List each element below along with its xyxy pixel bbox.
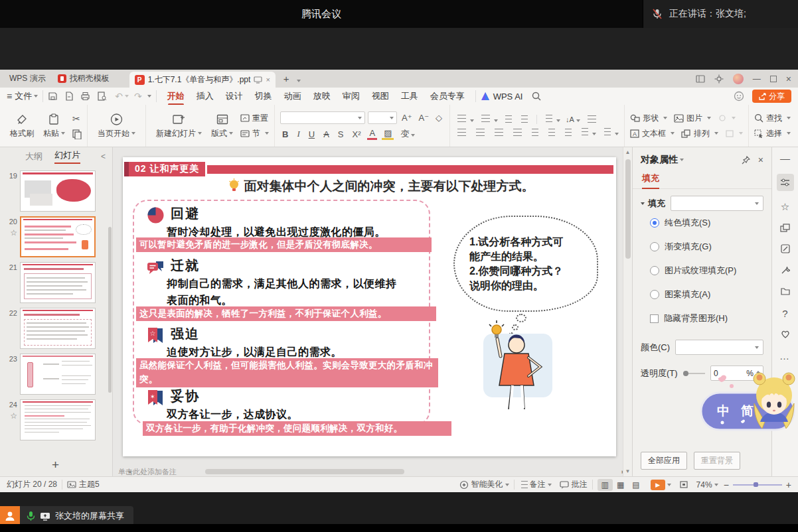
italic-icon[interactable]: I xyxy=(295,129,301,139)
tab-insert[interactable]: 插入 xyxy=(191,89,220,103)
copy-icon[interactable] xyxy=(72,129,82,139)
slides-tab[interactable]: 幻灯片 xyxy=(54,149,80,164)
scroll-down-icon[interactable]: ▼ xyxy=(625,468,631,474)
user-avatar[interactable] xyxy=(733,74,744,84)
notes-placeholder[interactable]: 单击此处添加备注 xyxy=(118,467,177,477)
zoom-out-icon[interactable]: − xyxy=(724,480,729,490)
superscript-icon[interactable]: X² xyxy=(350,129,362,139)
arrange-button[interactable]: 排列 xyxy=(681,128,718,139)
redo-icon[interactable]: ↷ xyxy=(134,91,142,101)
tab-tools[interactable]: 工具 xyxy=(395,89,424,103)
tab-review[interactable]: 审阅 xyxy=(337,89,366,103)
numbering-icon[interactable] xyxy=(479,115,498,124)
hamburger-icon[interactable]: ≡ xyxy=(7,91,12,101)
tab-home[interactable]: 开始 xyxy=(161,89,191,103)
outline-tab[interactable]: 大纲 xyxy=(25,151,42,163)
normal-view-button[interactable]: ▥ xyxy=(598,479,613,491)
help-icon[interactable]: ? xyxy=(782,308,787,319)
settings-gear-icon[interactable] xyxy=(714,74,724,84)
select-button[interactable]: 选择 xyxy=(754,128,791,139)
slide-thumbnail-22[interactable]: 22 xyxy=(3,308,110,349)
more-icons[interactable]: … xyxy=(779,350,791,362)
new-slide-button[interactable]: 新建幻灯片 xyxy=(151,107,206,144)
char-spacing-icon[interactable] xyxy=(544,115,560,124)
decrease-font-icon[interactable]: A⁻ xyxy=(417,113,432,123)
slide-thumbnail-19[interactable]: 19 xyxy=(3,170,110,212)
search-icon[interactable] xyxy=(532,92,541,101)
wps-ai-label[interactable]: WPS AI xyxy=(493,92,523,101)
beautify-button[interactable]: 智能美化 xyxy=(471,479,503,490)
slide-thumbnail-23[interactable]: 23 xyxy=(3,354,110,395)
comments-button[interactable]: 批注 xyxy=(572,479,588,490)
panel-scrollbar[interactable] xyxy=(108,227,112,393)
textbox-button[interactable]: A 文本框 xyxy=(630,128,675,139)
tab-member[interactable]: 会员专享 xyxy=(424,89,471,103)
object-properties-icon[interactable] xyxy=(777,174,794,191)
smart-tools-icon[interactable] xyxy=(781,265,790,277)
add-slide-button[interactable]: + xyxy=(52,458,59,472)
document-tab[interactable]: P 1.七下7.1《单音与和声》.ppt × xyxy=(129,72,276,88)
justify-icon[interactable] xyxy=(513,129,522,136)
bold-icon[interactable]: B xyxy=(280,129,290,139)
assistant-icon[interactable] xyxy=(734,91,744,101)
minimize-icon[interactable]: — xyxy=(753,74,761,84)
file-menu[interactable]: 文件 xyxy=(15,90,32,102)
close-document-icon[interactable]: × xyxy=(266,76,270,84)
sorter-view-button[interactable]: ▦ xyxy=(613,479,628,491)
close-panel-icon[interactable]: × xyxy=(758,155,763,165)
shapes-button[interactable]: 形状 xyxy=(630,113,667,124)
collapse-panel-icon[interactable]: < xyxy=(101,152,106,161)
section-button[interactable]: 节 xyxy=(240,128,269,139)
tab-design[interactable]: 设计 xyxy=(220,89,249,103)
undo-icon[interactable]: ↶ xyxy=(115,91,123,101)
underline-icon[interactable]: U xyxy=(307,129,317,139)
maximize-icon[interactable] xyxy=(770,76,777,82)
align-center-icon[interactable] xyxy=(476,129,485,136)
tab-view[interactable]: 视图 xyxy=(366,89,395,103)
line-spacing-icon[interactable] xyxy=(580,128,596,137)
text-effects-icon[interactable]: 变 xyxy=(398,128,417,140)
fit-window-icon[interactable] xyxy=(679,480,688,489)
collapse-strip-icon[interactable]: — xyxy=(780,153,790,164)
apply-all-button[interactable]: 全部应用 xyxy=(641,452,687,470)
tab-slideshow[interactable]: 放映 xyxy=(307,89,337,103)
material-library-icon[interactable] xyxy=(781,287,790,298)
slide-v-scrollbar[interactable]: ▲ ▼ xyxy=(623,147,632,476)
radio-solid-fill[interactable]: 纯色填充(S) xyxy=(633,211,771,235)
radio-pattern-fill[interactable]: 图案填充(A) xyxy=(633,283,771,306)
paragraph-more-icon[interactable] xyxy=(602,128,619,137)
checkbox-hide-background[interactable]: 隐藏背景图形(H) xyxy=(633,306,771,330)
columns-icon[interactable] xyxy=(548,129,555,136)
indent-left-icon[interactable] xyxy=(565,129,572,136)
new-tab-icon[interactable]: + xyxy=(276,73,295,88)
slide-canvas[interactable]: 02 让和声更美 面对集体中个人之间的冲突，主要有以下处理方式。 回避 暂时冷却… xyxy=(123,157,616,456)
clear-format-icon[interactable]: ◇ xyxy=(434,113,444,123)
zoom-value[interactable]: 74% xyxy=(696,480,712,490)
bullets-icon[interactable] xyxy=(455,115,474,124)
tab-list-icon[interactable] xyxy=(297,80,301,82)
radio-picture-fill[interactable]: 图片或纹理填充(P) xyxy=(633,259,771,283)
font-color-icon[interactable]: A xyxy=(367,128,377,140)
close-window-icon[interactable]: × xyxy=(786,74,791,84)
export-pdf-icon[interactable] xyxy=(64,92,74,101)
decrease-indent-icon[interactable] xyxy=(505,115,512,123)
reset-button[interactable]: 重置 xyxy=(240,113,269,124)
layout-switch-icon[interactable] xyxy=(696,75,705,83)
align-right-icon[interactable] xyxy=(495,129,503,136)
font-size-select[interactable] xyxy=(368,111,397,124)
strikethrough-icon[interactable]: A xyxy=(321,129,331,139)
text-direction-icon[interactable]: ↓A xyxy=(566,115,580,123)
print-preview-icon[interactable] xyxy=(97,92,107,101)
h-scroll-thumb[interactable] xyxy=(205,469,404,474)
pin-icon[interactable] xyxy=(742,156,750,165)
text-tools-icon[interactable] xyxy=(588,115,596,123)
distribute-icon[interactable] xyxy=(532,129,538,136)
slide-thumbnail-24[interactable]: 24☆ xyxy=(3,399,110,440)
paste-button[interactable]: 粘贴 xyxy=(39,107,70,144)
scroll-up-icon[interactable]: ▲ xyxy=(625,149,631,155)
wps-app-menu[interactable]: WPS 演示 xyxy=(7,73,52,88)
font-family-select[interactable] xyxy=(280,111,365,124)
stickers-icon[interactable] xyxy=(781,329,790,340)
alpha-slider-thumb[interactable] xyxy=(683,371,688,376)
fill-style-select[interactable] xyxy=(671,196,763,211)
